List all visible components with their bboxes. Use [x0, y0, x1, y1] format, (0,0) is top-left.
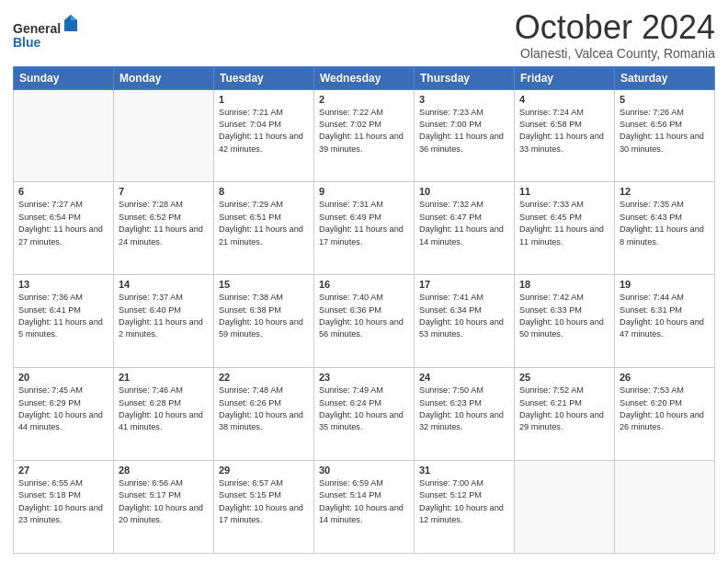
- calendar-cell: 7Sunrise: 7:28 AMSunset: 6:52 PMDaylight…: [114, 182, 214, 275]
- day-detail: Sunrise: 7:50 AMSunset: 6:23 PMDaylight:…: [419, 385, 509, 433]
- calendar-cell: 8Sunrise: 7:29 AMSunset: 6:51 PMDaylight…: [214, 182, 314, 275]
- day-detail: Sunrise: 7:29 AMSunset: 6:51 PMDaylight:…: [219, 199, 309, 247]
- calendar-cell: 23Sunrise: 7:49 AMSunset: 6:24 PMDayligh…: [314, 368, 415, 461]
- day-number: 3: [419, 94, 509, 105]
- day-detail: Sunrise: 6:57 AMSunset: 5:15 PMDaylight:…: [219, 477, 309, 526]
- logo-icon: [63, 13, 79, 33]
- day-number: 23: [319, 372, 409, 383]
- calendar-week-3: 13Sunrise: 7:36 AMSunset: 6:41 PMDayligh…: [14, 275, 715, 368]
- day-detail: Sunrise: 7:36 AMSunset: 6:41 PMDaylight:…: [18, 292, 108, 340]
- calendar-cell: 15Sunrise: 7:38 AMSunset: 6:38 PMDayligh…: [214, 275, 314, 368]
- calendar-cell: 28Sunrise: 6:56 AMSunset: 5:17 PMDayligh…: [114, 461, 214, 554]
- day-number: 24: [419, 372, 509, 383]
- day-detail: Sunrise: 7:46 AMSunset: 6:28 PMDaylight:…: [119, 385, 209, 433]
- day-number: 12: [620, 186, 710, 197]
- calendar-week-4: 20Sunrise: 7:45 AMSunset: 6:29 PMDayligh…: [14, 368, 715, 461]
- day-detail: Sunrise: 7:45 AMSunset: 6:29 PMDaylight:…: [18, 385, 108, 433]
- day-number: 6: [18, 186, 108, 197]
- day-detail: Sunrise: 7:21 AMSunset: 7:04 PMDaylight:…: [219, 107, 309, 155]
- day-number: 10: [419, 186, 509, 197]
- calendar-cell: 14Sunrise: 7:37 AMSunset: 6:40 PMDayligh…: [114, 275, 214, 368]
- calendar-cell: [615, 461, 715, 554]
- day-number: 8: [219, 186, 309, 197]
- day-detail: Sunrise: 7:40 AMSunset: 6:36 PMDaylight:…: [319, 292, 409, 340]
- calendar-week-1: 1Sunrise: 7:21 AMSunset: 7:04 PMDaylight…: [14, 89, 715, 182]
- header: General Blue October 2024 Olanesti, Valc…: [13, 9, 715, 61]
- weekday-header-row: SundayMondayTuesdayWednesdayThursdayFrid…: [14, 66, 715, 89]
- weekday-header-monday: Monday: [114, 66, 214, 89]
- day-number: 27: [18, 465, 108, 476]
- day-detail: Sunrise: 6:59 AMSunset: 5:14 PMDaylight:…: [319, 477, 409, 526]
- day-detail: Sunrise: 7:49 AMSunset: 6:24 PMDaylight:…: [319, 385, 409, 433]
- day-number: 7: [119, 186, 209, 197]
- calendar-cell: 13Sunrise: 7:36 AMSunset: 6:41 PMDayligh…: [14, 275, 114, 368]
- day-number: 20: [18, 372, 108, 383]
- calendar-cell: 26Sunrise: 7:53 AMSunset: 6:20 PMDayligh…: [615, 368, 715, 461]
- day-number: 21: [119, 372, 209, 383]
- day-detail: Sunrise: 7:27 AMSunset: 6:54 PMDaylight:…: [18, 199, 108, 247]
- logo-general: General: [13, 21, 61, 36]
- day-detail: Sunrise: 7:23 AMSunset: 7:00 PMDaylight:…: [419, 107, 509, 155]
- day-number: 5: [620, 94, 710, 105]
- day-detail: Sunrise: 7:44 AMSunset: 6:31 PMDaylight:…: [620, 292, 710, 340]
- calendar-cell: 22Sunrise: 7:48 AMSunset: 6:26 PMDayligh…: [214, 368, 314, 461]
- calendar-cell: 21Sunrise: 7:46 AMSunset: 6:28 PMDayligh…: [114, 368, 214, 461]
- day-detail: Sunrise: 7:26 AMSunset: 6:56 PMDaylight:…: [620, 107, 710, 155]
- calendar-cell: 31Sunrise: 7:00 AMSunset: 5:12 PMDayligh…: [415, 461, 515, 554]
- calendar-cell: [515, 461, 615, 554]
- calendar-cell: 9Sunrise: 7:31 AMSunset: 6:49 PMDaylight…: [314, 182, 415, 275]
- calendar-cell: 4Sunrise: 7:24 AMSunset: 6:58 PMDaylight…: [515, 89, 615, 182]
- day-number: 29: [219, 465, 309, 476]
- calendar-cell: 5Sunrise: 7:26 AMSunset: 6:56 PMDaylight…: [615, 89, 715, 182]
- day-number: 26: [620, 372, 710, 383]
- calendar-week-5: 27Sunrise: 6:55 AMSunset: 5:18 PMDayligh…: [14, 461, 715, 554]
- page: General Blue October 2024 Olanesti, Valc…: [0, 0, 728, 563]
- logo-blue: Blue: [13, 35, 40, 50]
- calendar-cell: 29Sunrise: 6:57 AMSunset: 5:15 PMDayligh…: [214, 461, 314, 554]
- logo: General Blue: [13, 13, 79, 51]
- day-number: 4: [519, 94, 609, 105]
- calendar-cell: 10Sunrise: 7:32 AMSunset: 6:47 PMDayligh…: [415, 182, 515, 275]
- calendar-table: SundayMondayTuesdayWednesdayThursdayFrid…: [13, 66, 715, 554]
- day-detail: Sunrise: 7:00 AMSunset: 5:12 PMDaylight:…: [419, 477, 509, 526]
- day-number: 13: [18, 279, 108, 290]
- day-detail: Sunrise: 7:48 AMSunset: 6:26 PMDaylight:…: [219, 385, 309, 433]
- svg-marker-1: [71, 15, 77, 20]
- calendar-cell: 18Sunrise: 7:42 AMSunset: 6:33 PMDayligh…: [515, 275, 615, 368]
- day-number: 19: [620, 279, 710, 290]
- calendar-cell: 1Sunrise: 7:21 AMSunset: 7:04 PMDaylight…: [214, 89, 314, 182]
- calendar-cell: 6Sunrise: 7:27 AMSunset: 6:54 PMDaylight…: [14, 182, 114, 275]
- weekday-header-saturday: Saturday: [615, 66, 715, 89]
- calendar-cell: 19Sunrise: 7:44 AMSunset: 6:31 PMDayligh…: [615, 275, 715, 368]
- day-detail: Sunrise: 7:35 AMSunset: 6:43 PMDaylight:…: [620, 199, 710, 247]
- calendar-cell: 30Sunrise: 6:59 AMSunset: 5:14 PMDayligh…: [314, 461, 415, 554]
- day-number: 16: [319, 279, 409, 290]
- day-detail: Sunrise: 7:42 AMSunset: 6:33 PMDaylight:…: [519, 292, 609, 340]
- day-detail: Sunrise: 7:32 AMSunset: 6:47 PMDaylight:…: [419, 199, 509, 247]
- weekday-header-tuesday: Tuesday: [214, 66, 314, 89]
- calendar-cell: 20Sunrise: 7:45 AMSunset: 6:29 PMDayligh…: [14, 368, 114, 461]
- day-number: 25: [519, 372, 609, 383]
- day-detail: Sunrise: 7:53 AMSunset: 6:20 PMDaylight:…: [620, 385, 710, 433]
- day-detail: Sunrise: 7:24 AMSunset: 6:58 PMDaylight:…: [519, 107, 609, 155]
- calendar-cell: 16Sunrise: 7:40 AMSunset: 6:36 PMDayligh…: [314, 275, 415, 368]
- day-detail: Sunrise: 7:52 AMSunset: 6:21 PMDaylight:…: [519, 385, 609, 433]
- calendar-cell: 24Sunrise: 7:50 AMSunset: 6:23 PMDayligh…: [415, 368, 515, 461]
- day-detail: Sunrise: 7:41 AMSunset: 6:34 PMDaylight:…: [419, 292, 509, 340]
- month-title: October 2024: [515, 9, 715, 46]
- calendar-cell: [14, 89, 114, 182]
- day-detail: Sunrise: 6:56 AMSunset: 5:17 PMDaylight:…: [119, 477, 209, 526]
- calendar-cell: 11Sunrise: 7:33 AMSunset: 6:45 PMDayligh…: [515, 182, 615, 275]
- calendar-week-2: 6Sunrise: 7:27 AMSunset: 6:54 PMDaylight…: [14, 182, 715, 275]
- day-number: 15: [219, 279, 309, 290]
- calendar-cell: 27Sunrise: 6:55 AMSunset: 5:18 PMDayligh…: [14, 461, 114, 554]
- day-detail: Sunrise: 7:31 AMSunset: 6:49 PMDaylight:…: [319, 199, 409, 247]
- calendar-cell: 17Sunrise: 7:41 AMSunset: 6:34 PMDayligh…: [415, 275, 515, 368]
- day-number: 1: [219, 94, 309, 105]
- weekday-header-thursday: Thursday: [415, 66, 515, 89]
- day-number: 14: [119, 279, 209, 290]
- weekday-header-wednesday: Wednesday: [314, 66, 415, 89]
- day-number: 9: [319, 186, 409, 197]
- day-detail: Sunrise: 7:22 AMSunset: 7:02 PMDaylight:…: [319, 107, 409, 155]
- day-detail: Sunrise: 7:28 AMSunset: 6:52 PMDaylight:…: [119, 199, 209, 247]
